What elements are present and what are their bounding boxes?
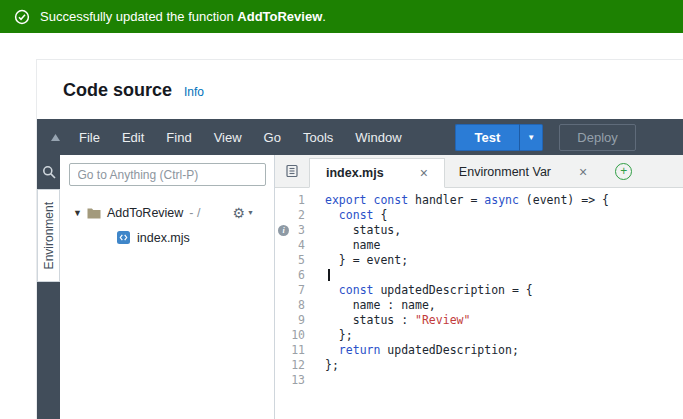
code-line[interactable] (325, 268, 609, 283)
menu-collapse-icon[interactable] (49, 131, 62, 143)
file-tree: ▼ AddToReview - / ⚙ ▼ (60, 200, 274, 250)
code-source-panel: Code source Info File Edit Find View Go … (36, 59, 683, 419)
line-number: 1 (275, 193, 317, 208)
success-banner: Successfully updated the function AddToR… (0, 0, 683, 33)
code-line[interactable]: const { (325, 208, 609, 223)
chevron-down-icon: ▼ (527, 133, 535, 142)
code-line[interactable]: const updatedDescription = { (325, 283, 609, 298)
code-line[interactable]: return updatedDescription; (325, 343, 609, 358)
menu-view[interactable]: View (203, 130, 253, 145)
settings-gear-icon[interactable]: ⚙ ▼ (233, 205, 255, 221)
left-rail: Environment (37, 155, 60, 419)
folder-expand-icon[interactable]: ▼ (73, 208, 82, 218)
gutter: i 12345678910111213 (275, 193, 317, 419)
menu-bar: File Edit Find View Go Tools Window Test… (37, 119, 683, 155)
line-number: 2 (275, 208, 317, 223)
folder-path-suffix: - / (189, 206, 200, 220)
close-icon[interactable]: × (579, 164, 587, 180)
line-number: 13 (275, 373, 317, 388)
file-name: index.mjs (137, 231, 190, 245)
line-number: 10 (275, 328, 317, 343)
code-line[interactable] (325, 373, 609, 388)
tab-label: index.mjs (326, 166, 384, 180)
code-line[interactable]: }; (325, 358, 609, 373)
banner-function-name: AddToReview (237, 9, 322, 24)
editor-pane: index.mjs × Environment Var × + i 123456… (275, 155, 683, 419)
info-link[interactable]: Info (184, 85, 204, 99)
banner-text-suffix: . (322, 9, 326, 24)
tab-label: Environment Var (459, 165, 551, 179)
tab-environment-variables[interactable]: Environment Var × (445, 157, 601, 187)
new-tab-button[interactable]: + (615, 163, 632, 180)
line-number: 5 (275, 253, 317, 268)
code-line[interactable]: export const handler = async (event) => … (325, 193, 609, 208)
file-explorer: ▼ AddToReview - / ⚙ ▼ (60, 155, 275, 419)
menu-go[interactable]: Go (253, 130, 292, 145)
line-number: 7 (275, 283, 317, 298)
deploy-button[interactable]: Deploy (559, 124, 635, 151)
page-title: Code source (63, 80, 172, 101)
line-number: 12 (275, 358, 317, 373)
test-button-label: Test (475, 130, 501, 145)
tree-folder-row[interactable]: ▼ AddToReview - / ⚙ ▼ (60, 200, 274, 225)
menu-tools[interactable]: Tools (292, 130, 344, 145)
environment-tab[interactable]: Environment (37, 189, 60, 282)
text-cursor (328, 269, 330, 281)
test-dropdown-button[interactable]: ▼ (519, 124, 543, 151)
folder-icon (87, 207, 101, 219)
card-header: Code source Info (37, 60, 683, 119)
menu-window[interactable]: Window (344, 130, 412, 145)
test-button[interactable]: Test (455, 124, 520, 151)
folder-name: AddToReview (107, 206, 183, 220)
menu-find[interactable]: Find (155, 130, 202, 145)
tab-index-mjs[interactable]: index.mjs × (309, 158, 445, 188)
line-number: 6 (275, 268, 317, 283)
workspace: Environment ▼ AddToReview - / ⚙ ▼ (37, 155, 683, 419)
js-file-icon (117, 231, 130, 244)
plus-icon: + (620, 165, 627, 177)
menu-file[interactable]: File (68, 130, 111, 145)
editor-tab-bar: index.mjs × Environment Var × + (275, 155, 683, 188)
tab-list-icon[interactable] (285, 164, 300, 178)
environment-tab-label: Environment (42, 202, 56, 269)
check-circle-icon (14, 9, 30, 25)
code-line[interactable]: } = event; (325, 253, 609, 268)
gear-glyph: ⚙ (233, 205, 246, 221)
goto-anything-input[interactable] (69, 163, 266, 186)
code-editor[interactable]: i 12345678910111213 export const handler… (275, 188, 683, 419)
tree-file-row[interactable]: index.mjs (60, 225, 274, 250)
banner-text-prefix: Successfully updated the function (40, 9, 237, 24)
menu-edit[interactable]: Edit (111, 130, 155, 145)
gear-caret-icon: ▼ (247, 209, 254, 216)
code-line[interactable]: name : name, (325, 298, 609, 313)
code-lines[interactable]: export const handler = async (event) => … (317, 193, 609, 419)
code-line[interactable]: }; (325, 328, 609, 343)
line-number: 11 (275, 343, 317, 358)
code-line[interactable]: status, (325, 223, 609, 238)
line-number: 9 (275, 313, 317, 328)
close-icon[interactable]: × (420, 165, 428, 181)
line-number: 8 (275, 298, 317, 313)
search-icon[interactable] (42, 165, 56, 179)
line-number: 4 (275, 238, 317, 253)
code-line[interactable]: status : "Review" (325, 313, 609, 328)
banner-message: Successfully updated the function AddToR… (40, 9, 326, 24)
deploy-button-label: Deploy (577, 130, 617, 145)
code-line[interactable]: name (325, 238, 609, 253)
info-annotation-icon: i (278, 225, 289, 236)
